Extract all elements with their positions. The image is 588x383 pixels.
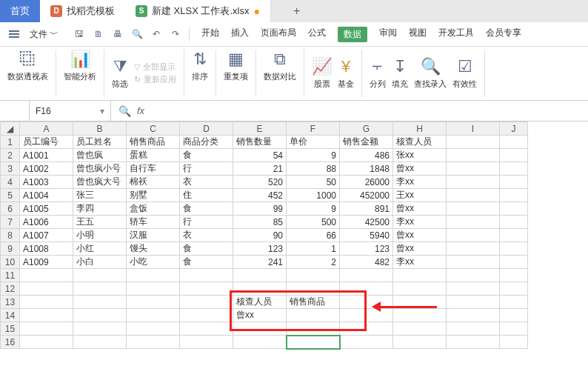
cell[interactable]: 衣 <box>180 229 233 242</box>
cell[interactable]: A1009 <box>20 256 73 269</box>
cell[interactable]: 曾也疯小号 <box>73 162 127 176</box>
cell[interactable]: 商品分类 <box>180 136 233 149</box>
formula-input[interactable] <box>150 106 447 116</box>
cell[interactable] <box>73 282 127 296</box>
cell[interactable]: 曾xx <box>393 162 447 176</box>
cell[interactable] <box>20 336 73 349</box>
cell[interactable]: 1 <box>287 242 340 256</box>
cell[interactable]: 小明 <box>73 229 127 242</box>
cell[interactable]: 自行车 <box>127 162 180 176</box>
cell[interactable] <box>73 336 127 349</box>
col-J[interactable]: J <box>500 122 528 136</box>
cell[interactable] <box>73 322 127 336</box>
cell[interactable]: 曾xx <box>233 309 287 322</box>
cell[interactable] <box>447 149 500 162</box>
hamburger-icon[interactable] <box>6 27 22 41</box>
cell[interactable]: 曾xx <box>393 229 447 242</box>
cell[interactable]: 85 <box>233 216 287 229</box>
filter-button[interactable]: ⧩筛选 <box>112 57 128 90</box>
cell[interactable]: 食 <box>180 256 233 269</box>
menu-view[interactable]: 视图 <box>409 27 427 42</box>
cell[interactable]: 曾也疯 <box>73 149 127 162</box>
cell[interactable] <box>127 296 180 309</box>
cell[interactable]: 销售商品 <box>287 296 340 309</box>
cell[interactable]: 5940 <box>340 229 393 242</box>
cell[interactable] <box>447 282 500 296</box>
cell[interactable]: 销售金额 <box>340 136 393 149</box>
cell[interactable] <box>287 322 340 336</box>
cell[interactable]: 90 <box>233 229 287 242</box>
redo-button[interactable]: ↷ <box>168 27 183 41</box>
cell[interactable]: 销售数量 <box>233 136 287 149</box>
cell[interactable] <box>500 136 528 149</box>
cell[interactable]: 员工姓名 <box>73 136 127 149</box>
cell[interactable] <box>393 269 447 282</box>
cell[interactable]: 曾也疯大号 <box>73 176 127 189</box>
cell[interactable] <box>447 336 500 349</box>
cell[interactable] <box>447 202 500 216</box>
menu-formula[interactable]: 公式 <box>308 27 326 42</box>
cell[interactable] <box>127 336 180 349</box>
cell[interactable] <box>73 309 127 322</box>
cell[interactable] <box>340 269 393 282</box>
cell[interactable]: 99 <box>233 202 287 216</box>
stock-button[interactable]: 📈股票 <box>312 57 332 90</box>
col-I[interactable]: I <box>447 122 500 136</box>
cell[interactable] <box>447 269 500 282</box>
cell[interactable]: 50 <box>287 176 340 189</box>
cell[interactable]: 王xx <box>393 189 447 202</box>
cell[interactable] <box>447 242 500 256</box>
col-H[interactable]: H <box>393 122 447 136</box>
cell[interactable] <box>287 282 340 296</box>
cell[interactable] <box>340 336 393 349</box>
cell[interactable] <box>340 322 393 336</box>
file-menu[interactable]: 文件﹀ <box>25 28 63 41</box>
cell[interactable]: 曾xx <box>393 202 447 216</box>
cell[interactable] <box>340 282 393 296</box>
valid-button[interactable]: ☑有效性 <box>452 57 477 90</box>
cell[interactable]: 蛋糕 <box>127 149 180 162</box>
cell[interactable] <box>500 189 528 202</box>
cell[interactable]: 1848 <box>340 162 393 176</box>
cell[interactable] <box>447 162 500 176</box>
show-all-button[interactable]: ▽全部显示 <box>134 61 176 73</box>
cell[interactable] <box>180 336 233 349</box>
cell[interactable]: 482 <box>340 256 393 269</box>
cell[interactable] <box>180 282 233 296</box>
cell[interactable]: 张xx <box>393 149 447 162</box>
cell[interactable] <box>180 309 233 322</box>
cell[interactable] <box>447 296 500 309</box>
cell[interactable]: 2 <box>287 256 340 269</box>
cell[interactable] <box>447 136 500 149</box>
col-D[interactable]: D <box>180 122 233 136</box>
cell[interactable] <box>447 322 500 336</box>
cell[interactable]: 小白 <box>73 256 127 269</box>
cell[interactable]: 馒头 <box>127 242 180 256</box>
cell[interactable]: 李四 <box>73 202 127 216</box>
cell[interactable] <box>20 296 73 309</box>
cell[interactable] <box>180 269 233 282</box>
cell[interactable] <box>233 282 287 296</box>
menu-insert[interactable]: 插入 <box>231 27 249 42</box>
cell[interactable] <box>393 322 447 336</box>
cell[interactable] <box>500 269 528 282</box>
cell[interactable]: 123 <box>340 242 393 256</box>
cell[interactable] <box>500 282 528 296</box>
menu-vip[interactable]: 会员专享 <box>486 27 521 42</box>
cell[interactable]: 核查人员 <box>393 136 447 149</box>
fund-button[interactable]: ¥基金 <box>338 57 354 90</box>
col-E[interactable]: E <box>233 122 287 136</box>
col-A[interactable]: A <box>20 122 73 136</box>
cell[interactable]: 张三 <box>73 189 127 202</box>
cell[interactable]: A1001 <box>20 149 73 162</box>
tab-workbook[interactable]: S 新建 XLSX 工作表.xlsx ● <box>125 0 271 22</box>
find-button[interactable]: 🔍查找录入 <box>414 57 447 90</box>
cell[interactable]: 9 <box>287 149 340 162</box>
cell[interactable] <box>20 309 73 322</box>
save-button[interactable]: 🖫 <box>72 27 87 41</box>
menu-start[interactable]: 开始 <box>201 27 219 42</box>
cell[interactable] <box>20 282 73 296</box>
cell[interactable]: 66 <box>287 229 340 242</box>
cell[interactable]: 住 <box>180 189 233 202</box>
cell[interactable]: 李xx <box>393 176 447 189</box>
